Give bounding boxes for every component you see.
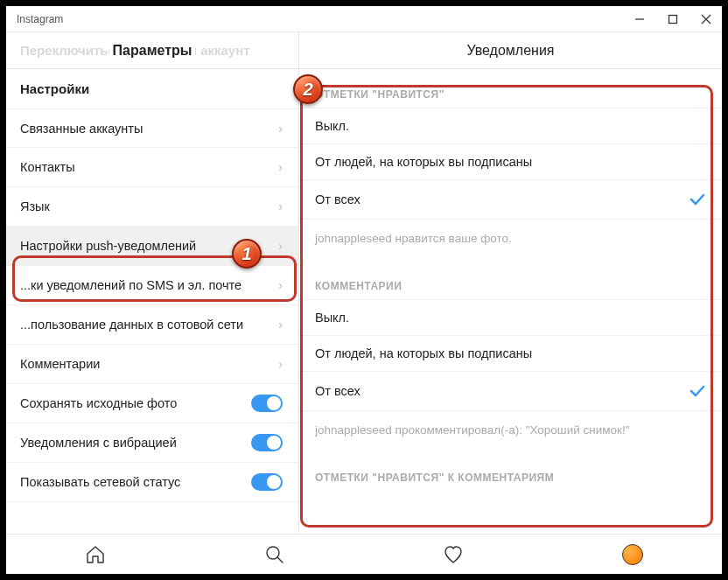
option-label: Выкл. [315, 119, 349, 133]
sidebar-item-comments[interactable]: Комментарии › [6, 345, 298, 384]
sidebar-item-label: Комментарии [20, 357, 100, 371]
option-label: От людей, на которых вы подписаны [315, 155, 532, 169]
section-title-comments: КОММЕНТАРИИ [299, 261, 722, 299]
nav-search[interactable] [263, 543, 286, 566]
sidebar-item-vibration-notifications[interactable]: Уведомления с вибрацией [6, 423, 298, 463]
sidebar-item-linked-accounts[interactable]: Связанные аккаунты › [6, 108, 298, 148]
sidebar-item-label: Уведомления с вибрацией [20, 436, 177, 450]
sidebar-item-label: Сохранять исходные фото [20, 396, 177, 410]
section-title-likes: ОТМЕТКИ "НРАВИТСЯ" [299, 69, 722, 108]
header-right-title: Уведомления [466, 43, 554, 59]
toggle-switch[interactable] [251, 434, 283, 451]
chevron-right-icon: › [278, 318, 283, 332]
sidebar: Настройки Связанные аккаунты › Контакты … [6, 69, 299, 540]
section-hint-comments: johnappleseed прокомментировал(-а): "Хор… [299, 411, 722, 452]
section-hint-likes: johnappleseed нравится ваше фото. [299, 220, 722, 261]
minimize-button[interactable] [631, 10, 648, 28]
sidebar-item-push-notifications[interactable]: Настройки push-уведомлений › [6, 227, 298, 266]
profile-avatar-icon [622, 544, 643, 565]
main: Настройки Связанные аккаунты › Контакты … [6, 69, 722, 540]
option-likes-following[interactable]: От людей, на которых вы подписаны [299, 144, 722, 180]
check-icon [689, 191, 706, 208]
content-panel: ОТМЕТКИ "НРАВИТСЯ" Выкл. От людей, на ко… [299, 69, 722, 540]
check-icon [689, 382, 706, 400]
sidebar-item-label: Контакты [20, 160, 75, 174]
option-label: От всех [315, 384, 360, 398]
sidebar-item-label: ...ки уведомлений по SMS и эл. почте [20, 278, 242, 292]
sidebar-item-language[interactable]: Язык › [6, 187, 298, 227]
header-row: Переключиться на личный аккаунт Параметр… [6, 32, 722, 69]
chevron-right-icon: › [278, 122, 283, 136]
option-label: От людей, на которых вы подписаны [315, 346, 532, 360]
option-likes-off[interactable]: Выкл. [299, 108, 722, 144]
sidebar-item-show-online-status[interactable]: Показывать сетевой статус [6, 463, 298, 502]
header-right: Уведомления [299, 32, 722, 68]
sidebar-item-cellular-data[interactable]: ...пользование данных в сотовой сети › [6, 305, 298, 345]
sidebar-item-save-original-photos[interactable]: Сохранять исходные фото [6, 384, 298, 423]
header-left: Переключиться на личный аккаунт Параметр… [6, 32, 299, 68]
bottom-nav [6, 534, 722, 574]
nav-profile[interactable] [621, 543, 644, 566]
chevron-right-icon: › [278, 239, 283, 253]
header-left-title: Параметры [109, 43, 196, 59]
option-comments-off[interactable]: Выкл. [299, 299, 722, 336]
sidebar-item-label: Показывать сетевой статус [20, 475, 180, 489]
nav-home[interactable] [84, 543, 107, 566]
sidebar-item-label: Настройки push-уведомлений [20, 239, 196, 253]
option-comments-following[interactable]: От людей, на которых вы подписаны [299, 336, 722, 372]
app-title: Instagram [17, 13, 63, 25]
chevron-right-icon: › [278, 357, 283, 371]
sidebar-item-contacts[interactable]: Контакты › [6, 148, 298, 187]
chevron-right-icon: › [278, 278, 283, 292]
sidebar-item-label: Связанные аккаунты [20, 122, 143, 136]
sidebar-heading: Настройки [6, 69, 298, 108]
option-label: Выкл. [315, 311, 349, 325]
option-likes-everyone[interactable]: От всех [299, 180, 722, 220]
option-label: От всех [315, 192, 360, 206]
close-button[interactable] [697, 10, 715, 28]
toggle-switch[interactable] [251, 473, 283, 491]
window-titlebar: Instagram [6, 6, 722, 32]
toggle-switch[interactable] [251, 395, 283, 412]
svg-rect-1 [669, 15, 677, 23]
window-controls [631, 10, 715, 28]
content-scroll[interactable]: ОТМЕТКИ "НРАВИТСЯ" Выкл. От людей, на ко… [299, 69, 722, 540]
svg-line-5 [277, 557, 283, 563]
section-title-comment-likes: ОТМЕТКИ "НРАВИТСЯ" К КОММЕНТАРИЯМ [299, 452, 722, 491]
nav-activity[interactable] [442, 543, 465, 566]
chevron-right-icon: › [278, 160, 283, 174]
maximize-button[interactable] [664, 10, 682, 28]
sidebar-item-sms-email-notifications[interactable]: ...ки уведомлений по SMS и эл. почте › [6, 266, 298, 305]
sidebar-item-label: ...пользование данных в сотовой сети [20, 318, 243, 332]
option-comments-everyone[interactable]: От всех [299, 372, 722, 411]
sidebar-item-label: Язык [20, 199, 50, 213]
chevron-right-icon: › [278, 199, 283, 213]
